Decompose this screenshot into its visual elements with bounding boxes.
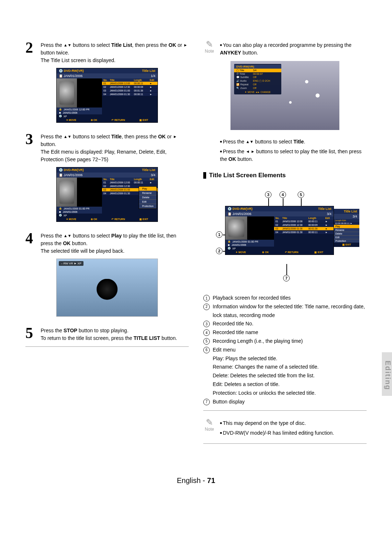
step-5: 5 Press the STOP button to stop playing.…	[25, 325, 189, 342]
legend-marker-1: 1	[203, 295, 210, 301]
step-3: 3 Press the ▲▼ buttons to select Title, …	[25, 131, 189, 163]
right-icon: ►	[173, 134, 177, 140]
note-icon: ✎	[203, 418, 216, 427]
step-text: Press the ▲▼ buttons to select Title Lis…	[41, 40, 189, 64]
divider	[203, 410, 367, 411]
updown-icon: ▲▼	[64, 42, 72, 48]
elements-diagram: 1 2 3 4 5 6 7 💿 DVD-RW(VR)Title List 📋 J…	[203, 184, 359, 289]
right-icon: ►	[184, 42, 188, 48]
step-text: Press the ▲▼ buttons to select Title, th…	[41, 131, 189, 163]
step-number: 4	[25, 231, 36, 255]
callout-5: 5	[298, 191, 304, 198]
playback-bar: – RW VR ► XP	[59, 261, 83, 266]
callout-1: 1	[216, 231, 222, 238]
legend-marker-6: 6	[203, 347, 210, 353]
callout-4: 4	[279, 191, 286, 198]
legend-marker-4: 4	[203, 329, 210, 336]
note-icon: ✎	[203, 40, 216, 49]
note-bullet: DVD-RW(V mode)/-R has limited editing fu…	[220, 429, 334, 437]
divider	[25, 346, 189, 347]
section-heading: Title List Screen Elements	[203, 172, 367, 179]
callout-7: 7	[283, 275, 290, 281]
updown-icon: ▲▼	[64, 134, 72, 140]
step-2: 2 Press the ▲▼ buttons to select Title L…	[25, 40, 189, 64]
legend-marker-7: 7	[203, 399, 210, 405]
note-1: ✎ Note You can also play a recorded prog…	[203, 40, 367, 59]
title-list-screenshot-2: 💿 DVD-RW(VR)Title List 📋 JAN/01/20063/4 …	[56, 167, 158, 222]
playback-screenshot: – RW VR ► XP	[56, 259, 158, 317]
right-column: ✎ Note You can also play a recorded prog…	[203, 40, 367, 451]
edit-menu-popup: Play Rename Delete Edit Protection	[139, 186, 157, 209]
section-tab: Editing	[382, 352, 392, 396]
leftright-icon: ◄ ►	[246, 149, 255, 155]
updown-icon: ▲▼	[64, 233, 72, 239]
anykey-overlay-screenshot: DVD-RW(VR) ▢ Title3/4 ⏱ Time00:00:07 💬 S…	[230, 61, 339, 130]
note-bullet: You can also play a recorded programme b…	[220, 41, 367, 57]
left-column: 2 Press the ▲▼ buttons to select Title L…	[25, 40, 189, 451]
callout-2: 2	[216, 248, 222, 254]
step-number: 2	[25, 40, 36, 64]
step-4: 4 Press the ▲▼ buttons to select Play to…	[25, 231, 189, 255]
page-columns: 2 Press the ▲▼ buttons to select Title L…	[25, 40, 367, 451]
callout-3: 3	[265, 191, 271, 198]
overlay-instructions: Press the ▲▼ buttons to select Title. Pr…	[220, 137, 367, 163]
divider	[203, 443, 367, 444]
page-footer: English - 71	[25, 476, 367, 485]
elements-legend: 1Playback screen for recorded titles 2In…	[203, 294, 367, 406]
step-number: 3	[25, 131, 36, 163]
note-2: ✎ Note This may depend on the type of di…	[203, 418, 367, 439]
step-text: Press the ▲▼ buttons to select Play to p…	[41, 231, 189, 255]
title-list-screenshot-1: 💿 DVD-RW(VR)Title List 📋 JAN/01/20061/4 …	[56, 68, 158, 123]
legend-marker-3: 3	[203, 321, 210, 327]
legend-marker-5: 5	[203, 338, 210, 345]
legend-marker-2: 2	[203, 304, 210, 310]
step-text: Press the STOP button to stop playing. T…	[41, 325, 177, 342]
note-bullet: This may depend on the type of disc.	[220, 419, 334, 427]
updown-icon: ▲▼	[246, 139, 254, 145]
step-number: 5	[25, 325, 36, 342]
edit-menu-detail: Title List 3/4 Length Edit 12:00 00:00:1…	[334, 209, 359, 247]
